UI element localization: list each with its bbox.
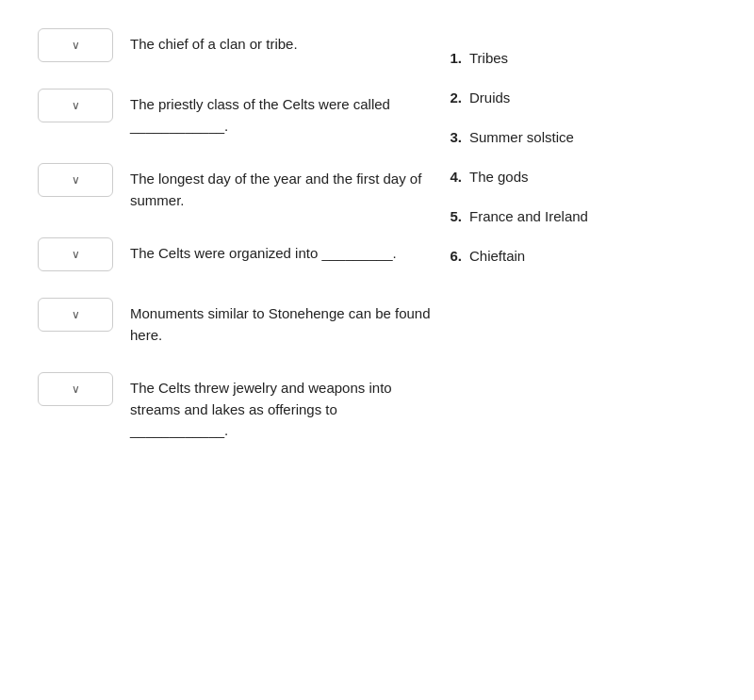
question-row-6: ∨ The Celts threw jewelry and weapons in… — [38, 372, 434, 442]
main-container: ∨ The chief of a clan or tribe. ∨ The pr… — [38, 28, 716, 442]
answer-item-6: 6. Chieftain — [443, 245, 716, 268]
question-row-3: ∨ The longest day of the year and the fi… — [38, 163, 434, 211]
chevron-down-icon-4: ∨ — [72, 248, 80, 261]
chevron-down-icon-3: ∨ — [72, 173, 80, 187]
dropdown-6[interactable]: ∨ — [38, 372, 113, 406]
answer-text-2: Druids — [469, 87, 510, 109]
dropdown-4[interactable]: ∨ — [38, 237, 113, 271]
dropdown-1[interactable]: ∨ — [38, 28, 113, 62]
answer-item-2: 2. Druids — [443, 87, 716, 109]
question-text-5: Monuments similar to Stonehenge can be f… — [130, 298, 434, 346]
dropdown-2[interactable]: ∨ — [38, 89, 113, 122]
answer-number-6: 6. — [443, 245, 462, 268]
answer-text-3: Summer solstice — [469, 126, 574, 149]
question-row-4: ∨ The Celts were organized into ________… — [38, 237, 434, 271]
answer-text-5: France and Ireland — [469, 205, 588, 228]
answer-number-5: 5. — [443, 205, 462, 228]
answer-item-4: 4. The gods — [443, 166, 716, 188]
answer-text-4: The gods — [469, 166, 529, 188]
answer-number-3: 3. — [443, 126, 462, 149]
dropdown-3[interactable]: ∨ — [38, 163, 113, 197]
answer-text-6: Chieftain — [469, 245, 525, 268]
chevron-down-icon-5: ∨ — [72, 308, 80, 321]
answer-number-4: 4. — [443, 166, 462, 188]
answer-number-1: 1. — [443, 47, 462, 70]
question-row-5: ∨ Monuments similar to Stonehenge can be… — [38, 298, 434, 346]
answer-item-3: 3. Summer solstice — [443, 126, 716, 149]
question-text-1: The chief of a clan or tribe. — [130, 28, 298, 56]
dropdown-5[interactable]: ∨ — [38, 298, 113, 332]
chevron-down-icon-2: ∨ — [72, 99, 80, 112]
question-row-2: ∨ The priestly class of the Celts were c… — [38, 89, 434, 137]
question-text-3: The longest day of the year and the firs… — [130, 163, 434, 211]
question-row-1: ∨ The chief of a clan or tribe. — [38, 28, 434, 62]
chevron-down-icon-6: ∨ — [72, 383, 80, 396]
answer-text-1: Tribes — [469, 47, 508, 70]
answers-column: 1. Tribes 2. Druids 3. Summer solstice 4… — [434, 28, 716, 442]
questions-column: ∨ The chief of a clan or tribe. ∨ The pr… — [38, 28, 434, 442]
answer-item-5: 5. France and Ireland — [443, 205, 716, 228]
question-text-6: The Celts threw jewelry and weapons into… — [130, 372, 434, 442]
answer-item-1: 1. Tribes — [443, 47, 716, 70]
question-text-4: The Celts were organized into _________. — [130, 237, 397, 265]
question-text-2: The priestly class of the Celts were cal… — [130, 89, 434, 137]
chevron-down-icon-1: ∨ — [72, 39, 80, 52]
answer-number-2: 2. — [443, 87, 462, 109]
